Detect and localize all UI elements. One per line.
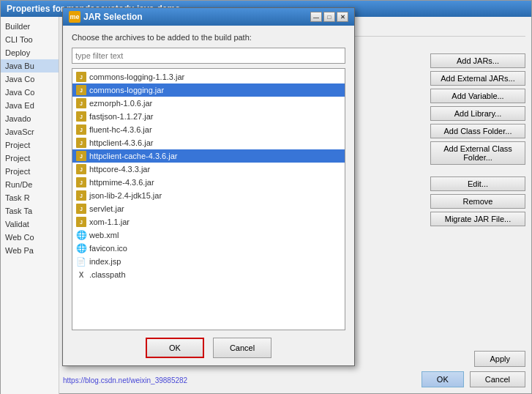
tree-item-httpclient-cache[interactable]: J httpclient-cache-4.3.6.jar: [72, 149, 345, 163]
dialog-cancel-button[interactable]: Cancel: [213, 338, 271, 358]
sidebar-item-project2[interactable]: Project: [1, 152, 59, 165]
jar-icon: J: [75, 176, 87, 188]
dialog-description: Choose the archives to be added to the b…: [72, 33, 345, 42]
xml-icon: X: [75, 269, 87, 280]
file-name: commons-logging-1.1.3.jar: [89, 73, 184, 81]
dialog-titlebar: me JAR Selection — □ ✕: [63, 8, 354, 26]
file-name: xom-1.1.jar: [89, 218, 130, 226]
file-name: httpcore-4.3.3.jar: [89, 165, 150, 174]
jar-selection-dialog: me JAR Selection — □ ✕ Choose the archiv…: [62, 7, 355, 366]
sidebar-item-java-build[interactable]: Java Bu: [1, 59, 59, 73]
tree-item-commons-logging-113[interactable]: J commons-logging-1.1.3.jar: [72, 70, 345, 83]
main-ok-button[interactable]: OK: [422, 371, 464, 387]
dialog-title-area: me JAR Selection: [69, 11, 143, 23]
dialog-title-icon: me: [69, 11, 80, 23]
ok-cancel-area: OK Cancel: [422, 371, 525, 387]
tree-item-xom[interactable]: J xom-1.1.jar: [72, 215, 345, 228]
dialog-maximize-button[interactable]: □: [323, 12, 335, 22]
jar-icon: J: [75, 124, 87, 135]
file-name: commons-logging.jar: [89, 86, 164, 94]
apply-button-area: Apply: [474, 351, 525, 367]
jar-icon: J: [75, 111, 87, 122]
jar-icon: J: [75, 216, 87, 228]
file-name: fluent-hc-4.3.6.jar: [89, 125, 152, 134]
file-name: httpclient-cache-4.3.6.jar: [89, 152, 177, 160]
sidebar-item-web-co[interactable]: Web Co: [1, 231, 59, 244]
jar-icon: J: [75, 97, 87, 109]
sidebar-item-runde[interactable]: Run/De: [1, 178, 59, 191]
tree-item-favicon[interactable]: 🌐 favicon.ico: [72, 242, 345, 255]
jar-icon: J: [75, 190, 87, 201]
file-icon: 📄: [75, 256, 87, 267]
sidebar-item-validat[interactable]: Validat: [1, 218, 59, 231]
dialog-close-button[interactable]: ✕: [337, 12, 348, 22]
sidebar-item-deploy[interactable]: Deploy: [1, 46, 59, 59]
bg-sidebar: Builder CLI Too Deploy Java Bu Java Co J…: [1, 17, 59, 394]
file-tree-inner: J commons-logging-1.1.3.jar J commons-lo…: [72, 69, 345, 283]
file-name: ezmorph-1.0.6.jar: [89, 99, 152, 108]
tree-item-commons-logging[interactable]: J commons-logging.jar: [72, 83, 345, 97]
tree-item-fluent-hc[interactable]: J fluent-hc-4.3.6.jar: [72, 123, 345, 136]
add-external-jars-button[interactable]: Add External JARs...: [430, 71, 525, 86]
file-name: httpclient-4.3.6.jar: [89, 138, 153, 147]
main-cancel-button[interactable]: Cancel: [470, 371, 525, 387]
file-name: servlet.jar: [89, 204, 124, 213]
migrate-jar-button[interactable]: Migrate JAR File...: [430, 212, 525, 226]
watermark: https://blog.csdn.net/weixin_39885282: [63, 376, 187, 384]
dialog-ok-button[interactable]: OK: [146, 338, 204, 358]
sidebar-item-builder[interactable]: Builder: [1, 20, 59, 33]
dialog-controls: — □ ✕: [310, 12, 348, 22]
file-name: favicon.ico: [89, 244, 127, 253]
jar-icon: J: [75, 203, 87, 215]
remove-button[interactable]: Remove: [430, 194, 525, 209]
jar-icon: J: [75, 150, 87, 162]
sidebar-item-javascript[interactable]: JavaScr: [1, 125, 59, 138]
tree-item-web-xml[interactable]: 🌐 web.xml: [72, 228, 345, 242]
file-name: .classpath: [89, 270, 126, 279]
dialog-body: Choose the archives to be added to the b…: [63, 26, 354, 365]
sidebar-item-javado[interactable]: Javado: [1, 112, 59, 125]
file-name: httpmime-4.3.6.jar: [89, 178, 154, 187]
web-icon: 🌐: [75, 229, 87, 241]
web-icon: 🌐: [75, 242, 87, 254]
add-class-folder-button[interactable]: Add Class Folder...: [430, 124, 525, 138]
sidebar-item-task-ta[interactable]: Task Ta: [1, 204, 59, 218]
tree-item-httpcore[interactable]: J httpcore-4.3.3.jar: [72, 163, 345, 176]
file-tree[interactable]: J commons-logging-1.1.3.jar J commons-lo…: [72, 68, 345, 330]
sidebar-item-web-pa[interactable]: Web Pa: [1, 244, 59, 257]
add-library-button[interactable]: Add Library...: [430, 106, 525, 121]
filter-input[interactable]: [72, 48, 345, 64]
tree-item-classpath[interactable]: X .classpath: [72, 268, 345, 281]
apply-button[interactable]: Apply: [474, 351, 525, 367]
tree-item-index-jsp[interactable]: 📄 index.jsp: [72, 255, 345, 268]
sidebar-item-java-co2[interactable]: Java Co: [1, 86, 59, 99]
sidebar-item-task-r[interactable]: Task R: [1, 191, 59, 204]
jar-icon: J: [75, 84, 87, 96]
add-jars-button[interactable]: Add JARs...: [430, 53, 525, 68]
sidebar-item-cli[interactable]: CLI Too: [1, 33, 59, 46]
sidebar-item-project3[interactable]: Project: [1, 165, 59, 178]
sidebar-item-java-co1[interactable]: Java Co: [1, 73, 59, 86]
add-external-class-folder-button[interactable]: Add External Class Folder...: [430, 141, 525, 165]
tree-item-httpmime[interactable]: J httpmime-4.3.6.jar: [72, 176, 345, 189]
jar-icon: J: [75, 71, 87, 83]
sidebar-item-project1[interactable]: Project: [1, 138, 59, 152]
dialog-buttons: OK Cancel: [72, 338, 345, 358]
jar-icon: J: [75, 163, 87, 175]
tree-item-servlet[interactable]: J servlet.jar: [72, 202, 345, 215]
add-variable-button[interactable]: Add Variable...: [430, 89, 525, 103]
tree-item-json-lib[interactable]: J json-lib-2.4-jdk15.jar: [72, 189, 345, 202]
jar-icon: J: [75, 137, 87, 149]
tree-item-fastjson[interactable]: J fastjson-1.1.27.jar: [72, 110, 345, 123]
dialog-title-text: JAR Selection: [83, 12, 143, 22]
dialog-minimize-button[interactable]: —: [310, 12, 322, 22]
file-name: web.xml: [89, 231, 119, 239]
file-name: json-lib-2.4-jdk15.jar: [89, 191, 162, 200]
file-name: index.jsp: [89, 257, 121, 266]
sidebar-item-java-ed[interactable]: Java Ed: [1, 99, 59, 112]
tree-item-ezmorph[interactable]: J ezmorph-1.0.6.jar: [72, 97, 345, 110]
right-buttons-panel: Add JARs... Add External JARs... Add Var…: [430, 53, 525, 226]
file-name: fastjson-1.1.27.jar: [89, 112, 153, 121]
edit-button[interactable]: Edit...: [430, 176, 525, 191]
tree-item-httpclient[interactable]: J httpclient-4.3.6.jar: [72, 136, 345, 149]
